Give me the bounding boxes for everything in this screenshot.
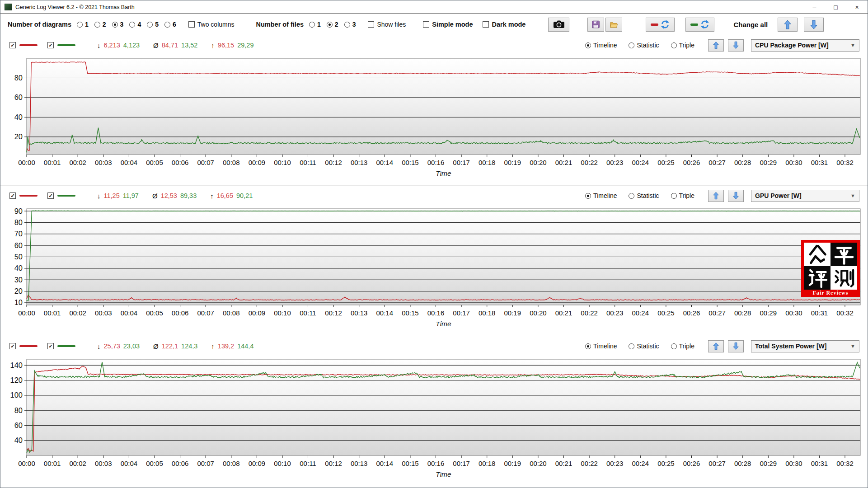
all-down-button[interactable]	[804, 18, 824, 32]
change-red-series-button[interactable]	[646, 18, 675, 32]
panel-move-buttons	[708, 340, 744, 352]
signal-select-dropdown[interactable]: CPU Package Power [W] ▼	[751, 39, 859, 52]
radio-option-6[interactable]: 6	[164, 21, 176, 28]
x-tick-label: 00:17	[453, 460, 470, 467]
radio-option-timeline[interactable]: Timeline	[585, 42, 617, 49]
x-tick-label: 00:15	[402, 159, 419, 166]
radio-icon	[344, 22, 350, 28]
average-icon: Ø	[153, 42, 159, 49]
radio-icon	[77, 22, 83, 28]
checkbox-icon	[9, 192, 16, 199]
radio-option-triple[interactable]: Triple	[671, 343, 695, 350]
two-columns-checkbox[interactable]: Two columns	[188, 21, 235, 28]
max-red-value: 139,2	[218, 343, 234, 350]
radio-option-2[interactable]: 2	[94, 21, 106, 28]
x-tick-label: 00:03	[95, 159, 112, 166]
save-button[interactable]	[587, 18, 604, 32]
signal-select-dropdown[interactable]: GPU Power [W] ▼	[751, 190, 859, 202]
radio-option-triple[interactable]: Triple	[671, 42, 695, 49]
view-mode-radio-group: TimelineStatisticTriple	[585, 42, 694, 49]
green-series-toggle[interactable]	[47, 343, 75, 349]
files-label: Number of files	[256, 21, 304, 28]
open-file-button[interactable]	[605, 18, 622, 32]
minimize-button[interactable]: –	[804, 0, 825, 14]
radio-option-timeline[interactable]: Timeline	[585, 343, 617, 350]
min-stats: ↓ 11,25 11,97	[97, 192, 139, 200]
red-series-color-sync-icon	[661, 20, 670, 29]
window-controls: – □ ×	[804, 0, 868, 14]
maximize-button[interactable]: □	[825, 0, 846, 14]
checkbox-icon	[9, 42, 16, 48]
simple-mode-checkbox[interactable]: Simple mode	[423, 21, 473, 28]
logo-char-ping2	[804, 266, 830, 290]
green-series-toggle[interactable]	[47, 42, 75, 48]
radio-option-statistic[interactable]: Statistic	[629, 42, 659, 49]
diagram-panel-1: ↓ 11,25 11,97 Ø 12,53 89,33 ↑ 16,65 90,2…	[0, 186, 868, 336]
x-tick-label: 00:26	[683, 309, 700, 317]
green-series-toggle[interactable]	[47, 192, 75, 199]
radio-option-triple[interactable]: Triple	[671, 192, 695, 199]
radio-option-timeline[interactable]: Timeline	[585, 192, 617, 199]
panel-down-button[interactable]	[728, 190, 744, 202]
radio-option-3[interactable]: 3	[112, 21, 124, 28]
panel-up-button[interactable]	[708, 190, 724, 202]
radio-option-4[interactable]: 4	[129, 21, 141, 28]
signal-select-dropdown[interactable]: Total System Power [W] ▼	[751, 340, 859, 352]
radio-label: Statistic	[637, 192, 659, 199]
x-tick-label: 00:28	[734, 309, 751, 317]
panel-down-button[interactable]	[728, 39, 744, 52]
x-tick-label: 00:28	[734, 460, 751, 467]
radio-label: Timeline	[593, 42, 617, 49]
panel-up-button[interactable]	[708, 340, 724, 352]
dark-mode-checkbox[interactable]: Dark mode	[483, 21, 525, 28]
x-tick-label: 00:14	[376, 309, 394, 317]
radio-icon	[164, 22, 170, 28]
x-tick-label: 00:23	[606, 159, 624, 166]
radio-option-2[interactable]: 2	[327, 21, 338, 28]
y-tick-label: 80	[14, 406, 23, 414]
x-tick-label: 00:18	[479, 460, 496, 467]
all-up-button[interactable]	[778, 18, 798, 32]
radio-option-statistic[interactable]: Statistic	[629, 343, 659, 350]
x-tick-label: 00:22	[581, 460, 598, 467]
radio-icon	[585, 343, 591, 349]
series-stats: ↓ 25,73 23,03 Ø 122,1 124,3 ↑ 139,2 144,…	[97, 343, 263, 350]
x-tick-label: 00:04	[121, 159, 138, 166]
y-tick-label: 10	[14, 298, 23, 306]
x-tick-label: 00:06	[172, 460, 189, 467]
panel-down-button[interactable]	[728, 340, 744, 352]
max-green-value: 90,21	[236, 192, 253, 199]
red-series-toggle[interactable]	[9, 42, 38, 48]
panel-up-button[interactable]	[708, 39, 724, 52]
avg-green-value: 124,3	[181, 343, 197, 350]
checkbox-icon	[9, 343, 16, 349]
red-series-toggle[interactable]	[9, 192, 38, 199]
radio-option-5[interactable]: 5	[147, 21, 159, 28]
radio-icon	[327, 22, 333, 28]
radio-option-statistic[interactable]: Statistic	[629, 192, 659, 199]
radio-option-3[interactable]: 3	[344, 21, 356, 28]
radio-option-1[interactable]: 1	[309, 21, 321, 28]
red-series-toggle[interactable]	[9, 343, 38, 349]
radio-icon	[585, 193, 591, 199]
panel-move-buttons	[708, 39, 744, 52]
x-tick-label: 00:23	[606, 309, 624, 317]
average-icon: Ø	[152, 192, 158, 200]
x-tick-label: 00:11	[300, 159, 316, 166]
x-tick-label: 00:31	[811, 159, 828, 166]
save-icon	[592, 19, 600, 29]
x-tick-label: 00:09	[249, 460, 266, 467]
x-tick-label: 00:01	[44, 309, 61, 317]
x-tick-label: 00:10	[274, 309, 291, 317]
panel-header: ↓ 11,25 11,97 Ø 12,53 89,33 ↑ 16,65 90,2…	[0, 189, 868, 202]
max-red-value: 16,65	[217, 192, 233, 199]
radio-label: Statistic	[637, 343, 659, 350]
y-tick-label: 20	[14, 287, 23, 295]
radio-label: 5	[155, 21, 159, 28]
screenshot-button[interactable]	[548, 18, 569, 32]
change-green-series-button[interactable]	[685, 18, 714, 32]
min-green-value: 4,123	[123, 42, 140, 49]
show-files-checkbox[interactable]: Show files	[368, 21, 406, 28]
radio-option-1[interactable]: 1	[77, 21, 89, 28]
close-button[interactable]: ×	[846, 0, 868, 14]
